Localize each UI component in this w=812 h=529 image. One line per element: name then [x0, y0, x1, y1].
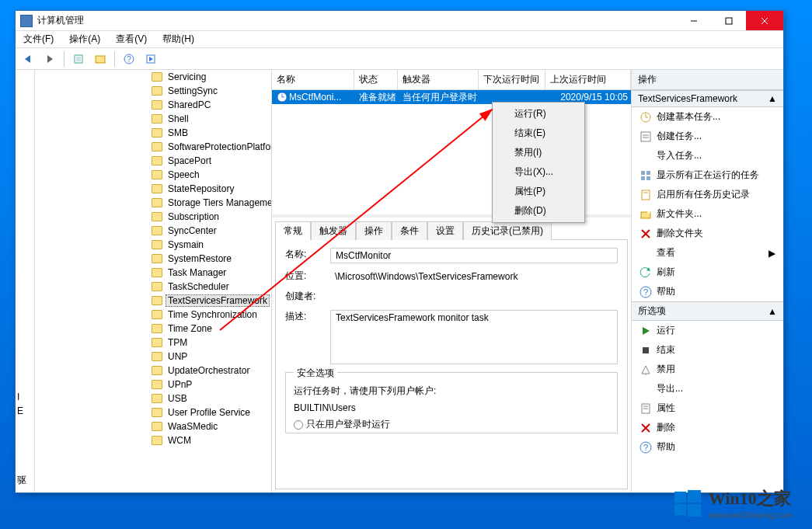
tree-item-taskscheduler[interactable]: TaskScheduler — [35, 280, 271, 294]
tab-3[interactable]: 条件 — [392, 221, 427, 240]
ctx-run[interactable]: 运行(R) — [493, 104, 584, 124]
tree-item-time synchronization[interactable]: Time Synchronization — [35, 308, 271, 322]
action-帮助[interactable]: ?帮助 — [632, 437, 783, 457]
tree-item-tpm[interactable]: TPM — [35, 336, 271, 350]
th-trigger[interactable]: 触发器 — [398, 70, 479, 89]
action-创建任务[interactable]: 创建任务... — [632, 127, 783, 146]
action-删除[interactable]: 删除 — [632, 418, 783, 437]
help-button[interactable]: ? — [120, 50, 138, 68]
action-删除文件夹[interactable]: 删除文件夹 — [632, 224, 783, 243]
clock-icon — [277, 92, 288, 103]
tab-4[interactable]: 设置 — [427, 221, 463, 240]
menu-file[interactable]: 文件(F) — [20, 31, 57, 47]
tree-item-synccenter[interactable]: SyncCenter — [35, 224, 271, 238]
action-导入任务[interactable]: 导入任务... — [632, 146, 783, 165]
tree-item-spaceport[interactable]: SpacePort — [35, 154, 271, 168]
tab-0[interactable]: 常规 — [275, 221, 311, 240]
tree-item-subscription[interactable]: Subscription — [35, 210, 271, 224]
tree-item-task manager[interactable]: Task Manager — [35, 266, 271, 280]
action-刷新[interactable]: 刷新 — [632, 263, 783, 282]
tree-item-label: USB — [166, 393, 190, 404]
th-last[interactable]: 上次运行时间 — [545, 70, 631, 89]
stop-icon — [639, 344, 652, 357]
svg-marker-35 — [643, 327, 650, 335]
action-属性[interactable]: 属性 — [632, 398, 783, 418]
toolbar-icon-1[interactable] — [69, 50, 88, 68]
action-运行[interactable]: 运行 — [632, 321, 783, 340]
actions-section2-header[interactable]: 所选项 ▲ — [632, 301, 783, 321]
minimize-button[interactable] — [676, 11, 711, 30]
tree-item-textservicesframework[interactable]: TextServicesFramework — [35, 294, 271, 308]
tree-item-speech[interactable]: Speech — [35, 168, 271, 182]
tree-item-label: Time Synchronization — [166, 309, 260, 320]
security-radio-row[interactable]: 只在用户登录时运行 — [294, 418, 609, 431]
tree-item-softwareprotectionplatform[interactable]: SoftwareProtectionPlatform — [35, 140, 271, 154]
menu-view[interactable]: 查看(V) — [113, 31, 150, 47]
action-label: 新文件夹... — [657, 207, 702, 221]
tree-item-shell[interactable]: Shell — [35, 112, 271, 126]
tree-item-waasmedic[interactable]: WaaSMedic — [35, 419, 271, 433]
field-name[interactable]: MsCtfMonitor — [330, 248, 618, 263]
tab-2[interactable]: 操作 — [356, 221, 392, 240]
tree-item-staterepository[interactable]: StateRepository — [35, 182, 271, 196]
maximize-button[interactable] — [711, 11, 746, 30]
none-icon — [639, 247, 652, 259]
windows-logo-icon — [673, 489, 702, 518]
tree-item-usb[interactable]: USB — [35, 392, 271, 405]
tree-item-label: TPM — [166, 337, 190, 348]
back-button[interactable] — [19, 50, 37, 68]
field-desc[interactable]: TextServicesFramework monitor task — [330, 310, 618, 364]
th-next[interactable]: 下次运行时间 — [479, 70, 545, 89]
tree-item-user profile service[interactable]: User Profile Service — [35, 405, 271, 419]
tree-item-wcm[interactable]: WCM — [35, 433, 271, 447]
ctx-delete[interactable]: 删除(D) — [493, 201, 584, 221]
tree-item-sharedpc[interactable]: SharedPC — [35, 98, 271, 112]
tree-item-sysmain[interactable]: Sysmain — [35, 238, 271, 252]
gutter-label-3: 驱 — [17, 474, 33, 487]
action-启用所有任务历史记录[interactable]: 启用所有任务历史记录 — [632, 185, 783, 204]
tab-1[interactable]: 触发器 — [311, 221, 356, 240]
th-name[interactable]: 名称 — [272, 70, 354, 89]
svg-rect-50 — [674, 504, 686, 515]
ctx-disable[interactable]: 禁用(I) — [493, 143, 584, 162]
grid-icon — [639, 169, 652, 182]
action-结束[interactable]: 结束 — [632, 340, 783, 360]
menu-action[interactable]: 操作(A) — [66, 31, 103, 47]
tab-5[interactable]: 历史记录(已禁用) — [463, 221, 552, 240]
forward-button[interactable] — [40, 50, 59, 68]
toolbar-icon-3[interactable] — [141, 50, 160, 68]
delete-red-icon — [639, 422, 652, 434]
svg-rect-25 — [646, 176, 650, 180]
ctx-end[interactable]: 结束(E) — [493, 124, 584, 143]
action-创建基本任务[interactable]: 创建基本任务... — [632, 107, 783, 127]
tree-item-time zone[interactable]: Time Zone — [35, 322, 271, 336]
tree-item-settingsync[interactable]: SettingSync — [35, 84, 271, 98]
tree-item-label: Subscription — [166, 211, 221, 222]
action-查看[interactable]: 查看▶ — [632, 243, 783, 263]
menu-help[interactable]: 帮助(H) — [159, 31, 197, 47]
action-新文件夹[interactable]: 新文件夹... — [632, 204, 783, 224]
tree-item-storage tiers management[interactable]: Storage Tiers Management — [35, 196, 271, 210]
action-label: 创建任务... — [657, 130, 702, 143]
tree-item-systemrestore[interactable]: SystemRestore — [35, 252, 271, 266]
action-禁用[interactable]: 禁用 — [632, 360, 783, 379]
task-status: 准备就绪 — [354, 90, 398, 105]
th-status[interactable]: 状态 — [354, 70, 398, 89]
tree-item-updateorchestrator[interactable]: UpdateOrchestrator — [35, 364, 271, 378]
context-menu: 运行(R) 结束(E) 禁用(I) 导出(X)... 属性(P) 删除(D) — [492, 102, 585, 223]
close-button[interactable] — [746, 11, 783, 30]
tree-pane[interactable]: ServicingSettingSyncSharedPCShellSMBSoft… — [35, 70, 272, 492]
toolbar-icon-2[interactable] — [91, 50, 110, 68]
actions-section1-header[interactable]: TextServicesFramework ▲ — [632, 90, 783, 107]
folder-icon — [152, 212, 162, 221]
tree-item-servicing[interactable]: Servicing — [35, 70, 271, 84]
action-帮助[interactable]: ?帮助 — [632, 282, 783, 301]
tree-item-upnp[interactable]: UPnP — [35, 378, 271, 392]
ctx-export[interactable]: 导出(X)... — [493, 162, 584, 182]
action-导出[interactable]: 导出... — [632, 379, 783, 398]
action-显示所有正在运行的任务[interactable]: 显示所有正在运行的任务 — [632, 165, 783, 185]
tree-item-unp[interactable]: UNP — [35, 350, 271, 364]
ctx-props[interactable]: 属性(P) — [493, 182, 584, 201]
chevron-right-icon: ▶ — [768, 248, 775, 259]
tree-item-smb[interactable]: SMB — [35, 126, 271, 140]
